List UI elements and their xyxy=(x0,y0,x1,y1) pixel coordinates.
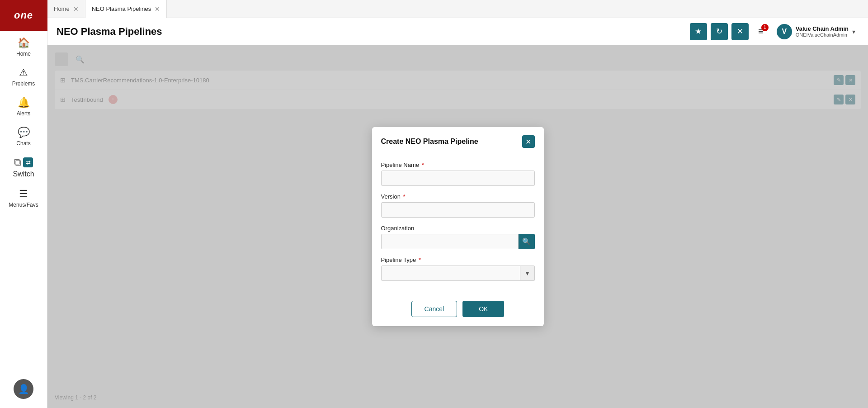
sidebar-item-problems[interactable]: ⚠ Problems xyxy=(0,61,47,90)
pipeline-name-required: * xyxy=(422,161,424,168)
modal-title: Create NEO Plasma Pipeline xyxy=(381,138,478,146)
tab-neo-plasma-label: NEO Plasma Pipelines xyxy=(92,5,151,12)
modal-body: Pipeline Name * Version * xyxy=(372,154,544,297)
notification-badge: 1 xyxy=(761,24,769,31)
user-chevron-icon: ▾ xyxy=(852,28,855,35)
page-content: 🔍 ⊞ TMS.CarrierRecommendations-1.0-Enter… xyxy=(47,45,868,408)
main-area: Home ✕ NEO Plasma Pipelines ✕ NEO Plasma… xyxy=(47,0,868,408)
version-required: * xyxy=(403,193,406,200)
avatar-icon: 👤 xyxy=(18,384,29,394)
user-info: Value Chain Admin ONEIValueChainAdmin xyxy=(796,25,849,38)
pipeline-type-group: Pipeline Type * ▾ xyxy=(381,256,535,281)
create-pipeline-modal: Create NEO Plasma Pipeline ✕ Pipeline Na… xyxy=(372,127,544,326)
home-icon: 🏠 xyxy=(18,37,30,49)
chats-icon: 💬 xyxy=(18,127,30,138)
sidebar-item-chats[interactable]: 💬 Chats xyxy=(0,120,47,150)
header-bar: NEO Plasma Pipelines ★ ↻ ✕ ≡ 1 V Value C… xyxy=(47,18,868,45)
user-avatar-sidebar[interactable]: 👤 xyxy=(14,379,33,399)
alerts-icon: 🔔 xyxy=(18,97,30,109)
pipeline-name-label: Pipeline Name * xyxy=(381,161,535,168)
organization-input[interactable] xyxy=(381,234,519,249)
pipeline-name-input[interactable] xyxy=(381,171,535,186)
sidebar-item-alerts[interactable]: 🔔 Alerts xyxy=(0,90,47,120)
ok-button[interactable]: OK xyxy=(462,301,504,317)
tab-home[interactable]: Home ✕ xyxy=(47,0,85,18)
pages-icon: ⧉ xyxy=(14,157,21,168)
sidebar-item-alerts-label: Alerts xyxy=(17,110,31,117)
modal-close-icon: ✕ xyxy=(525,138,531,146)
pipeline-type-label: Pipeline Type * xyxy=(381,256,535,263)
pipeline-type-input[interactable] xyxy=(381,266,520,281)
sidebar-item-switch[interactable]: ⧉ ⇄ Switch xyxy=(0,150,47,182)
tab-bar: Home ✕ NEO Plasma Pipelines ✕ xyxy=(47,0,868,18)
organization-search-button[interactable]: 🔍 xyxy=(519,234,535,249)
version-label-text: Version xyxy=(381,193,401,200)
sidebar-item-home-label: Home xyxy=(16,51,31,57)
star-button[interactable]: ★ xyxy=(690,23,707,40)
modal-header: Create NEO Plasma Pipeline ✕ xyxy=(372,127,544,154)
cancel-button[interactable]: Cancel xyxy=(411,301,458,317)
star-icon: ★ xyxy=(695,27,702,36)
pipeline-name-group: Pipeline Name * xyxy=(381,161,535,186)
tab-home-label: Home xyxy=(54,5,70,12)
sidebar-item-switch-label: Switch xyxy=(13,170,34,178)
organization-group: Organization 🔍 xyxy=(381,225,535,249)
modal-footer: Cancel OK xyxy=(372,297,544,326)
modal-close-button[interactable]: ✕ xyxy=(522,135,535,148)
user-avatar: V xyxy=(777,24,792,39)
page-title: NEO Plasma Pipelines xyxy=(57,26,690,38)
sidebar-item-menus-favs[interactable]: ☰ Menus/Favs xyxy=(0,182,47,212)
version-label: Version * xyxy=(381,193,535,200)
refresh-icon: ↻ xyxy=(716,27,722,36)
sidebar-item-chats-label: Chats xyxy=(16,140,30,147)
sidebar: one 🏠 Home ⚠ Problems 🔔 Alerts 💬 Chats ⧉… xyxy=(0,0,47,408)
tab-home-close[interactable]: ✕ xyxy=(73,6,79,12)
modal-overlay: Create NEO Plasma Pipeline ✕ Pipeline Na… xyxy=(47,45,868,408)
close-page-icon: ✕ xyxy=(737,27,743,36)
organization-input-group: 🔍 xyxy=(381,234,535,249)
refresh-button[interactable]: ↻ xyxy=(711,23,728,40)
pipeline-type-required: * xyxy=(419,256,421,263)
switch-arrows-icon: ⇄ xyxy=(23,157,33,167)
sidebar-item-menus-label: Menus/Favs xyxy=(9,202,38,208)
app-logo[interactable]: one xyxy=(0,0,47,31)
problems-icon: ⚠ xyxy=(19,67,28,79)
header-actions: ★ ↻ ✕ ≡ 1 V Value Chain Admin ONEIValueC… xyxy=(690,22,859,41)
pipeline-name-label-text: Pipeline Name xyxy=(381,161,420,168)
user-name: Value Chain Admin xyxy=(796,25,849,32)
tab-neo-plasma[interactable]: NEO Plasma Pipelines ✕ xyxy=(85,0,167,18)
logo-text: one xyxy=(14,9,33,21)
tab-neo-plasma-close[interactable]: ✕ xyxy=(155,6,160,12)
pipeline-type-label-text: Pipeline Type xyxy=(381,256,416,263)
menus-icon: ☰ xyxy=(19,188,28,200)
sidebar-item-home[interactable]: 🏠 Home xyxy=(0,31,47,61)
organization-label: Organization xyxy=(381,225,535,232)
user-username: ONEIValueChainAdmin xyxy=(796,32,849,38)
sidebar-item-problems-label: Problems xyxy=(12,81,35,87)
sidebar-bottom: 👤 xyxy=(0,379,47,399)
pipeline-type-dropdown-button[interactable]: ▾ xyxy=(520,266,535,281)
version-group: Version * xyxy=(381,193,535,218)
organization-search-icon: 🔍 xyxy=(522,237,531,246)
switch-icons-group: ⧉ ⇄ xyxy=(14,157,33,168)
close-page-button[interactable]: ✕ xyxy=(731,23,749,40)
menu-button[interactable]: ≡ 1 xyxy=(752,23,769,40)
chevron-down-icon: ▾ xyxy=(526,270,529,277)
version-input[interactable] xyxy=(381,202,535,218)
user-area[interactable]: V Value Chain Admin ONEIValueChainAdmin … xyxy=(773,22,859,41)
pipeline-type-select-group: ▾ xyxy=(381,266,535,281)
